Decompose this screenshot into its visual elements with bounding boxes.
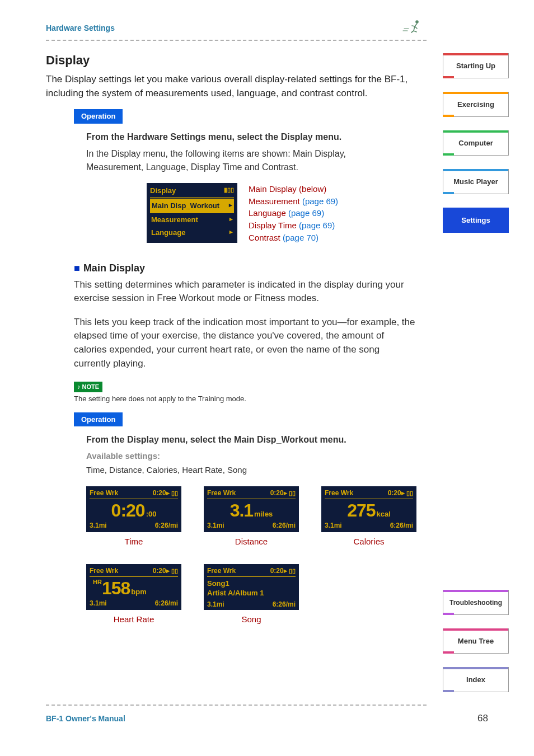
caption-distance: Distance bbox=[204, 536, 299, 548]
chevron-right-icon: ▸ bbox=[229, 227, 233, 238]
screen-distance: Free Wrk0:20▸ ▯▯ 3.1miles 3.1mi6:26/mi bbox=[204, 486, 299, 532]
note-tag: ♪ NOTE bbox=[74, 382, 102, 392]
lcd-menu-item: Measurement▸ bbox=[150, 213, 234, 227]
page-number: 68 bbox=[477, 711, 488, 726]
header-rule bbox=[46, 40, 427, 41]
battery-icon: ▯▯ bbox=[289, 567, 296, 574]
tab-troubleshooting[interactable]: Troubleshooting bbox=[443, 590, 509, 615]
available-settings-heading: Available settings: bbox=[86, 450, 534, 463]
svg-point-0 bbox=[416, 21, 418, 23]
tab-starting-up[interactable]: Starting Up bbox=[443, 53, 509, 78]
battery-icon: ▯▯ bbox=[171, 490, 178, 496]
intro-text: The Display settings let you make variou… bbox=[46, 73, 415, 100]
side-tabs-top: Starting Up Exercising Computer Music Pl… bbox=[443, 53, 509, 246]
square-bullet-icon: ■ bbox=[74, 262, 80, 274]
link-language[interactable]: Language (page 69) bbox=[249, 207, 338, 219]
main-display-heading: ■Main Display bbox=[74, 261, 534, 276]
step2-heading: From the Display menu, select the Main D… bbox=[86, 433, 534, 447]
battery-icon: ▮▯▯ bbox=[224, 185, 234, 196]
tab-settings[interactable]: Settings bbox=[443, 208, 509, 233]
screen-time: Free Wrk0:20▸ ▯▯ 0:20:00 3.1mi6:26/mi bbox=[86, 486, 181, 532]
available-settings-body: Time, Distance, Calories, Heart Rate, So… bbox=[86, 464, 534, 477]
menu-links: Main Display (below) Measurement (page 6… bbox=[249, 183, 338, 244]
lcd-item-label: Language bbox=[151, 227, 185, 238]
caption-calories: Calories bbox=[321, 536, 416, 548]
breadcrumb: Hardware Settings bbox=[46, 22, 115, 34]
manual-title: BF-1 Owner's Manual bbox=[46, 713, 125, 725]
link-main-display[interactable]: Main Display (below) bbox=[249, 183, 338, 195]
operation-tag-2: Operation bbox=[74, 412, 123, 427]
side-tabs-bottom: Troubleshooting Menu Tree Index bbox=[443, 590, 509, 706]
main-display-p1: This setting determines which parameter … bbox=[74, 278, 415, 306]
lcd-menu-item: Language▸ bbox=[150, 226, 234, 240]
battery-icon: ▯▯ bbox=[289, 490, 296, 496]
operation-tag: Operation bbox=[74, 109, 123, 124]
screen-heart-rate: Free Wrk0:20▸ ▯▯ HR158bpm 3.1mi6:26/mi bbox=[86, 564, 181, 610]
lcd-item-label: Measurement bbox=[151, 214, 198, 226]
tab-index[interactable]: Index bbox=[443, 667, 509, 692]
lcd-menu-item-selected: Main Disp_Workout▸ bbox=[150, 199, 234, 213]
screen-song: Free Wrk0:20▸ ▯▯ Song1Artist A/Album 1 3… bbox=[204, 564, 299, 610]
chevron-right-icon: ▸ bbox=[229, 214, 233, 226]
caption-song: Song bbox=[204, 613, 299, 626]
link-contrast[interactable]: Contrast (page 70) bbox=[249, 232, 338, 244]
runner-icon bbox=[402, 20, 421, 36]
note-body: The setting here does not apply to the T… bbox=[74, 393, 534, 405]
lcd-item-label: Main Disp_Workout bbox=[152, 200, 219, 212]
link-measurement[interactable]: Measurement (page 69) bbox=[249, 195, 338, 208]
tab-menu-tree[interactable]: Menu Tree bbox=[443, 628, 509, 654]
step1-body: In the Display menu, the following items… bbox=[86, 147, 400, 174]
chevron-right-icon: ▸ bbox=[229, 200, 232, 212]
tab-computer[interactable]: Computer bbox=[443, 130, 509, 156]
caption-heart-rate: Heart Rate bbox=[86, 613, 181, 626]
battery-icon: ▯▯ bbox=[406, 490, 413, 496]
lcd-title: Display bbox=[150, 185, 176, 196]
link-display-time[interactable]: Display Time (page 69) bbox=[249, 219, 338, 232]
tab-exercising[interactable]: Exercising bbox=[443, 92, 509, 117]
lcd-display-menu: Display ▮▯▯ Main Disp_Workout▸ Measureme… bbox=[147, 183, 237, 243]
tab-music-player[interactable]: Music Player bbox=[443, 169, 509, 194]
battery-icon: ▯▯ bbox=[171, 567, 178, 574]
main-display-p2: This lets you keep track of the indicati… bbox=[74, 316, 415, 371]
caption-time: Time bbox=[86, 536, 181, 548]
screen-calories: Free Wrk0:20▸ ▯▯ 275kcal 3.1mi6:26/mi bbox=[321, 486, 416, 532]
footer-rule bbox=[46, 705, 427, 706]
